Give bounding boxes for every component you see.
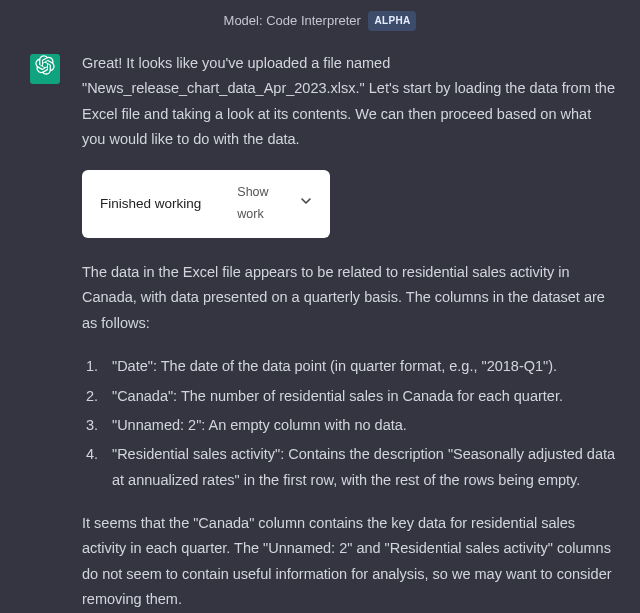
list-item: "Unnamed: 2": An empty column with no da… xyxy=(82,413,618,438)
assistant-avatar xyxy=(30,54,60,84)
show-work-label: Show work xyxy=(237,182,294,226)
list-item: "Date": The date of the data point (in q… xyxy=(82,354,618,379)
alpha-badge: ALPHA xyxy=(368,11,416,31)
openai-logo-icon xyxy=(35,55,55,83)
columns-list: "Date": The date of the data point (in q… xyxy=(82,354,618,493)
show-work-toggle[interactable]: Show work xyxy=(237,182,312,226)
analysis-paragraph: It seems that the "Canada" column contai… xyxy=(82,511,618,613)
chevron-down-icon xyxy=(300,193,312,215)
list-item: "Residential sales activity": Contains t… xyxy=(82,442,618,493)
intro-paragraph: Great! It looks like you've uploaded a f… xyxy=(82,51,618,153)
work-status-label: Finished working xyxy=(100,192,201,216)
model-header: Model: Code Interpreter ALPHA xyxy=(0,0,640,51)
assistant-message: Great! It looks like you've uploaded a f… xyxy=(0,51,640,613)
data-description: The data in the Excel file appears to be… xyxy=(82,260,618,336)
model-label: Model: Code Interpreter xyxy=(224,13,361,28)
message-content: Great! It looks like you've uploaded a f… xyxy=(82,51,618,613)
list-item: "Canada": The number of residential sale… xyxy=(82,384,618,409)
work-status-box[interactable]: Finished working Show work xyxy=(82,170,330,238)
